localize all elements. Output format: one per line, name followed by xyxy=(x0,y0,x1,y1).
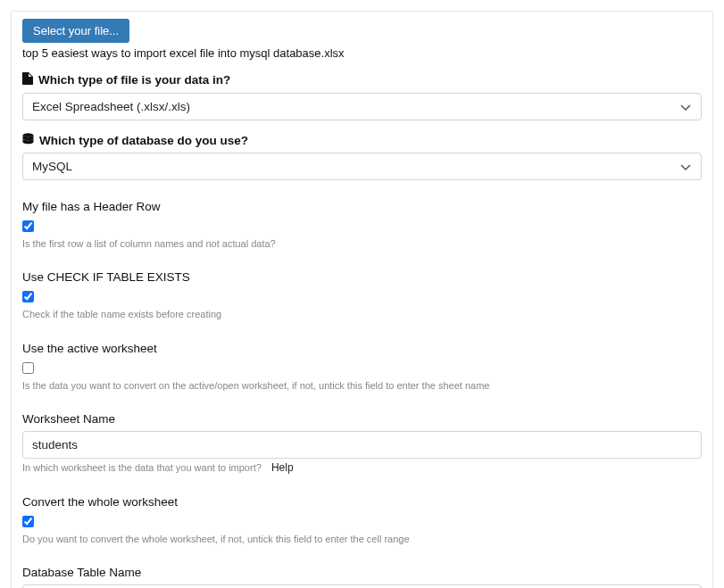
db-type-select[interactable]: MySQL xyxy=(22,153,702,180)
db-type-label-row: Which type of database do you use? xyxy=(22,133,702,147)
table-name-group: Database Table Name What would you like … xyxy=(22,566,702,588)
selected-filename: top 5 easiest ways to import excel file … xyxy=(22,46,702,60)
db-type-group: Which type of database do you use? MySQL xyxy=(22,133,702,180)
worksheet-name-help-link[interactable]: Help xyxy=(271,461,294,474)
db-type-select-wrapper: MySQL xyxy=(22,153,702,180)
svg-point-0 xyxy=(23,133,34,137)
active-worksheet-help: Is the data you want to convert on the a… xyxy=(22,379,702,393)
active-worksheet-checkbox[interactable] xyxy=(22,362,34,374)
active-worksheet-group: Use the active worksheet Is the data you… xyxy=(22,342,702,393)
convert-whole-label: Convert the whole worksheet xyxy=(22,495,702,509)
file-type-select[interactable]: Excel Spreadsheet (.xlsx/.xls) xyxy=(22,93,702,120)
convert-whole-help: Do you want to convert the whole workshe… xyxy=(22,533,702,546)
table-name-input[interactable] xyxy=(22,584,702,588)
db-type-label: Which type of database do you use? xyxy=(39,134,248,147)
file-type-label: Which type of file is your data in? xyxy=(38,73,230,87)
worksheet-name-help: In which worksheet is the data that you … xyxy=(22,462,262,473)
check-table-label: Use CHECK IF TABLE EXISTS xyxy=(22,270,702,284)
worksheet-name-input[interactable] xyxy=(22,431,702,459)
select-file-button[interactable]: Select your file... xyxy=(22,19,129,43)
worksheet-name-label: Worksheet Name xyxy=(22,412,702,426)
table-name-label: Database Table Name xyxy=(22,566,702,579)
file-icon xyxy=(22,72,33,87)
header-row-label: My file has a Header Row xyxy=(22,200,702,213)
worksheet-name-group: Worksheet Name In which worksheet is the… xyxy=(22,412,702,476)
active-worksheet-label: Use the active worksheet xyxy=(22,342,702,355)
header-row-checkbox[interactable] xyxy=(22,220,34,232)
file-type-group: Which type of file is your data in? Exce… xyxy=(22,72,702,120)
file-type-select-wrapper: Excel Spreadsheet (.xlsx/.xls) xyxy=(22,93,702,120)
form-container: Select your file... top 5 easiest ways t… xyxy=(11,11,713,588)
file-type-label-row: Which type of file is your data in? xyxy=(22,72,702,87)
check-table-group: Use CHECK IF TABLE EXISTS Check if the t… xyxy=(22,270,702,321)
worksheet-name-help-row: In which worksheet is the data that you … xyxy=(22,460,702,476)
convert-whole-checkbox[interactable] xyxy=(22,516,34,527)
convert-whole-group: Convert the whole worksheet Do you want … xyxy=(22,495,702,546)
check-table-checkbox[interactable] xyxy=(22,291,34,302)
header-row-group: My file has a Header Row Is the first ro… xyxy=(22,200,702,251)
header-row-help: Is the first row a list of column names … xyxy=(22,237,702,251)
check-table-help: Check if the table name exists before cr… xyxy=(22,308,702,321)
database-icon xyxy=(22,133,34,147)
